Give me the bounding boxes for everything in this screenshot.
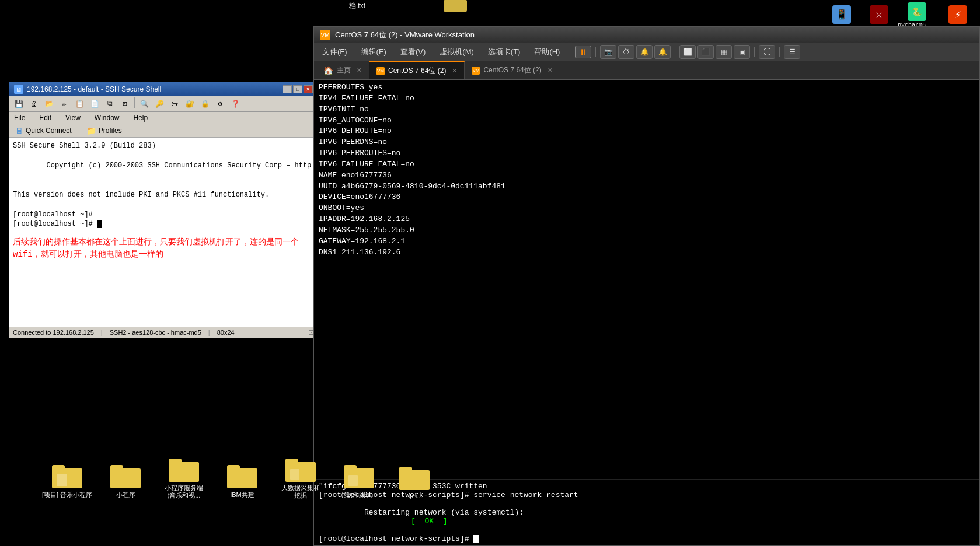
vmware-window-title: CentOS 7 64位 (2) - VMware Workstation xyxy=(335,30,475,40)
desktop-icon-label-mini-service: 小程序服务端(音乐和视... xyxy=(165,484,203,499)
ssh-status-encryption: SSH2 - aes128-cbc - hmac-md5 xyxy=(110,329,201,336)
vmware-screen2-btn[interactable]: ⬛ xyxy=(697,45,714,59)
desktop-icon-bigdata[interactable]: 大数据采集和挖掘 xyxy=(280,456,321,499)
ssh-toolbar: 💾 🖨 📂 ✏️ 📋 📄 ⧉ ⊡ 🔍 🔑 🗝 🔐 🔒 ⚙ ❓ xyxy=(9,96,318,112)
term-line-7: IPV6_PEERROUTES=no xyxy=(319,148,975,159)
term-line-4: IPV6_AUTOCONF=no xyxy=(319,116,975,127)
quick-connect-button[interactable]: 🖥 Quick Connect xyxy=(13,125,74,136)
desktop-icon-software-test[interactable]: 软件测试 xyxy=(339,463,379,499)
desktop-icons: [项目] 音乐小程序 小程序 小程序服务端(音乐和视... IBM共建 xyxy=(47,456,432,499)
ssh-menu-edit[interactable]: Edit xyxy=(37,113,54,123)
ssh-help-btn[interactable]: ❓ xyxy=(228,97,242,110)
ssh-titlebar-left: 🖥 192.168.2.125 - default - SSH Secure S… xyxy=(14,85,161,94)
ssh-key3-btn[interactable]: 🔐 xyxy=(183,97,197,110)
ssh-line-4: This version does not include PKI and PK… xyxy=(13,190,314,200)
ssh-find-btn[interactable]: 🔍 xyxy=(137,97,151,110)
ssh-quickbar: 🖥 Quick Connect 📁 Profiles xyxy=(9,124,318,138)
ssh-menubar: File Edit View Window Help xyxy=(9,112,318,124)
ssh-paste-btn[interactable]: 📄 xyxy=(88,97,102,110)
vmware-alert-btn[interactable]: 🔔 xyxy=(636,45,653,59)
desktop-icon-mini-program[interactable]: 小程序 xyxy=(105,463,146,499)
term-line-13: IPADDR=192.168.2.125 xyxy=(319,214,975,225)
desktop-icon-label-mini: 小程序 xyxy=(116,491,135,499)
vmware-menubar: 文件(F) 编辑(E) 查看(V) 虚拟机(M) 选项卡(T) 帮助(H) ⏸ … xyxy=(314,43,979,61)
vmware-alert2-btn[interactable]: 🔔 xyxy=(654,45,671,59)
vmware-menu-tab[interactable]: 选项卡(T) xyxy=(484,46,524,58)
vmware-tab-centos1[interactable]: VM CentOS 7 64位 (2) ✕ xyxy=(369,61,465,79)
vmware-settings-btn[interactable]: ☰ xyxy=(784,45,800,59)
vmware-titlebar: VM CentOS 7 64位 (2) - VMware Workstation xyxy=(314,27,979,43)
ssh-line-1: SSH Secure Shell 3.2.9 (Build 283) xyxy=(13,141,314,151)
ssh-key2-btn[interactable]: 🗝 xyxy=(168,97,182,110)
ssh-settings-btn[interactable]: ⚙ xyxy=(213,97,227,110)
vmware-pause-button[interactable]: ⏸ xyxy=(575,46,591,58)
ssh-line-6 xyxy=(13,200,314,210)
vmware-terminal[interactable]: PEERROUTES=yes IPV4_FAILURE_FATAL=no IPV… xyxy=(314,80,979,479)
ok-badge: [ OK ] xyxy=(411,517,447,526)
ssh-minimize-button[interactable]: _ xyxy=(283,85,292,93)
vmware-tab-centos2-icon: VM xyxy=(472,66,480,75)
vmware-screen3-btn[interactable]: ▦ xyxy=(716,45,732,59)
term-line-16: DNS1=211.136.192.6 xyxy=(319,247,975,258)
term-line-10: UUID=a4b66779-0569-4810-9dc4-0dc111abf48… xyxy=(319,181,975,192)
term-blank-9 xyxy=(319,346,975,357)
term-blank-10 xyxy=(319,357,975,368)
desktop-icon-label-bigdata: 大数据采集和挖掘 xyxy=(281,484,320,499)
ssh-maximize-button[interactable]: □ xyxy=(293,85,302,93)
ssh-paste2-btn[interactable]: ⊡ xyxy=(118,97,132,110)
vmware-menu-help[interactable]: 帮助(H) xyxy=(531,46,563,58)
vmware-menu-file[interactable]: 文件(F) xyxy=(319,46,351,58)
ssh-menu-view[interactable]: View xyxy=(63,113,83,123)
ssh-copy-btn[interactable]: 📋 xyxy=(72,97,86,110)
vmware-menu-view[interactable]: 查看(V) xyxy=(397,46,429,58)
ssh-save-btn[interactable]: 💾 xyxy=(12,97,26,110)
ssh-status-connection: Connected to 192.168.2.125 xyxy=(13,329,94,336)
vmware-tab-centos2-close[interactable]: ✕ xyxy=(547,66,553,74)
ssh-line-2: Copyright (c) 2000-2003 SSH Communicatio… xyxy=(13,151,314,180)
ssh-terminal[interactable]: SSH Secure Shell 3.2.9 (Build 283) Copyr… xyxy=(9,138,318,327)
vmware-menu-vm[interactable]: 虚拟机(M) xyxy=(436,46,477,58)
vmware-screen4-btn[interactable]: ▣ xyxy=(734,45,750,59)
term-blank-3 xyxy=(319,280,975,291)
vmware-tab-centos1-close[interactable]: ✕ xyxy=(452,67,457,75)
term-bot-4: [root@localhost network-scripts]# xyxy=(319,534,975,543)
desktop-icon-label-spring: spri... xyxy=(407,492,423,499)
desktop-icon-project-music[interactable]: [项目] 音乐小程序 xyxy=(47,463,88,499)
ssh-open-btn[interactable]: 📂 xyxy=(42,97,56,110)
folder-top-partial xyxy=(444,0,467,12)
ssh-menu-file[interactable]: File xyxy=(12,113,27,123)
ssh-title-icon: 🖥 xyxy=(14,85,23,94)
desktop-icon-ibm[interactable]: IBM共建 xyxy=(222,463,263,499)
ssh-close-button[interactable]: ✕ xyxy=(304,85,313,93)
ssh-line-7: [root@localhost ~]# xyxy=(13,210,314,220)
ssh-window: 🖥 192.168.2.125 - default - SSH Secure S… xyxy=(9,82,318,338)
term-blank-1 xyxy=(319,258,975,270)
ssh-key4-btn[interactable]: 🔒 xyxy=(198,97,212,110)
ssh-titlebar: 🖥 192.168.2.125 - default - SSH Secure S… xyxy=(9,82,318,96)
ssh-edit-btn[interactable]: ✏️ xyxy=(57,97,71,110)
vmware-clock-btn[interactable]: ⏱ xyxy=(618,45,634,59)
term-blank-8 xyxy=(319,335,975,346)
ssh-copy2-btn[interactable]: ⧉ xyxy=(103,97,117,110)
term-line-2: IPV4_FAILURE_FATAL=no xyxy=(319,93,975,104)
vmware-tab-home-close[interactable]: ✕ xyxy=(357,66,362,74)
desktop-icon-mini-service[interactable]: 小程序服务端(音乐和视... xyxy=(163,456,204,499)
vmware-tab-centos2[interactable]: VM CentOS 7 64位 (2) ✕ xyxy=(465,62,560,79)
profiles-button[interactable]: 📁 Profiles xyxy=(84,125,124,136)
ssh-key1-btn[interactable]: 🔑 xyxy=(152,97,166,110)
term-line-6: IPV6_PEERDNS=no xyxy=(319,137,975,148)
vmware-tab-home-label: 主页 xyxy=(337,65,351,75)
ssh-menu-window[interactable]: Window xyxy=(92,113,122,123)
vmware-screen1-btn[interactable]: ⬜ xyxy=(679,45,696,59)
term-line-9: NAME=eno16777736 xyxy=(319,170,975,181)
vmware-menu-edit[interactable]: 编辑(E) xyxy=(358,46,390,58)
ssh-menu-help[interactable]: Help xyxy=(131,113,151,123)
desktop-icon-spring[interactable]: spri... xyxy=(397,464,432,499)
ssh-print-btn[interactable]: 🖨 xyxy=(27,97,41,110)
ssh-window-title: 192.168.2.125 - default - SSH Secure She… xyxy=(27,85,161,93)
vmware-snapshot-btn[interactable]: 📷 xyxy=(600,45,616,59)
vmware-tab-home[interactable]: 🏠 主页 ✕ xyxy=(316,62,369,79)
ssh-cursor xyxy=(97,220,102,228)
desktop: 📱 爱思助手7.0 ⚔️ 三国世界 🐍 pycharm6...· 快捷方式 ⚡ … xyxy=(0,0,980,546)
vmware-fullscreen-btn[interactable]: ⛶ xyxy=(759,45,775,59)
